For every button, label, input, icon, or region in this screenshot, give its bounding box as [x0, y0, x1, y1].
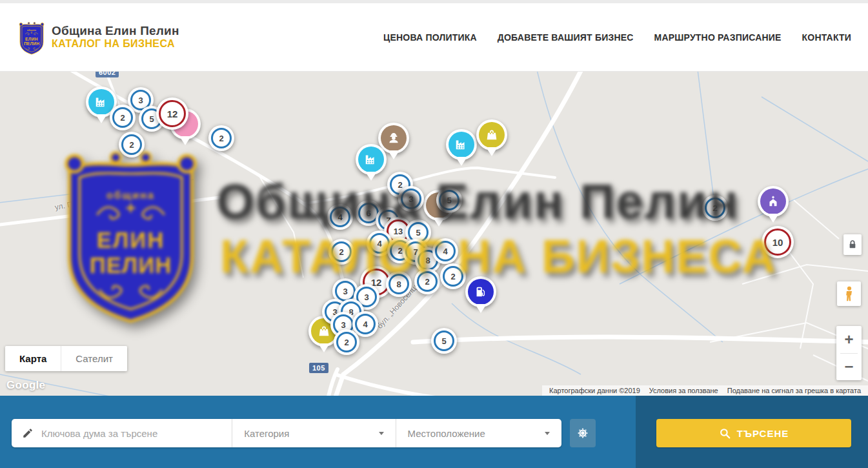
- chevron-down-icon: [379, 432, 384, 435]
- chevron-down-icon: [545, 432, 550, 435]
- category-select[interactable]: Категория: [232, 419, 395, 447]
- search-panel: Категория Местоположение: [12, 419, 561, 447]
- bag-pin[interactable]: [476, 119, 507, 156]
- cluster-marker[interactable]: 12: [156, 97, 188, 130]
- cluster-marker[interactable]: 2: [440, 263, 466, 289]
- category-select-value: Категория: [232, 428, 289, 439]
- zoom-in-button[interactable]: +: [836, 326, 862, 353]
- brand-text: Община Елин Пелин КАТАЛОГ НА БИЗНЕСА: [52, 24, 179, 50]
- cluster-marker[interactable]: 8: [386, 271, 412, 297]
- zoom-out-button[interactable]: −: [836, 354, 862, 381]
- cluster-marker[interactable]: 2: [334, 329, 359, 355]
- map-type-satellite-button[interactable]: Сателит: [61, 346, 127, 371]
- location-select-value: Местоположение: [396, 428, 485, 439]
- map-canvas[interactable]: 32512222356471354227842212833383425210 о…: [0, 71, 868, 396]
- keyword-search-input[interactable]: [12, 419, 232, 447]
- search-bar: Категория Местоположение ТЪР: [0, 396, 868, 468]
- pencil-icon: [22, 427, 34, 439]
- cluster-marker[interactable]: 2: [328, 239, 354, 265]
- brand-subtitle: КАТАЛОГ НА БИЗНЕСА: [52, 38, 179, 50]
- cluster-marker[interactable]: 2: [208, 125, 234, 151]
- cluster-marker[interactable]: 2: [702, 195, 728, 221]
- svg-text:ПЕЛИН: ПЕЛИН: [24, 41, 39, 45]
- cluster-marker[interactable]: 2: [414, 269, 440, 294]
- top-edge-strip: [0, 0, 868, 3]
- keyword-segment: [12, 419, 232, 447]
- markers-layer: 32512222356471354227842212833383425210: [0, 71, 868, 396]
- main-nav: ЦЕНОВА ПОЛИТИКА ДОБАВЕТЕ ВАШИЯТ БИЗНЕС М…: [383, 32, 851, 43]
- advanced-settings-button[interactable]: [570, 419, 596, 447]
- nav-item-add-business[interactable]: ДОБАВЕТЕ ВАШИЯТ БИЗНЕС: [498, 32, 634, 43]
- page: община ЕЛИН ПЕЛИН Община Елин Пелин КАТА…: [0, 0, 868, 468]
- cluster-marker[interactable]: 2: [119, 132, 145, 158]
- svg-text:ЕЛИН: ЕЛИН: [25, 36, 38, 41]
- nav-item-contacts[interactable]: КОНТАКТИ: [802, 32, 851, 43]
- brand-title: Община Елин Пелин: [52, 24, 179, 38]
- attribution-report-error-link[interactable]: Подаване на сигнал за грешка в картата: [723, 387, 865, 394]
- brand-link[interactable]: община ЕЛИН ПЕЛИН Община Елин Пелин КАТА…: [17, 19, 179, 56]
- attribution-terms-link[interactable]: Условия за ползване: [645, 387, 723, 394]
- map-type-map-button[interactable]: Карта: [5, 346, 61, 371]
- cluster-marker[interactable]: 5: [431, 328, 457, 354]
- cluster-marker[interactable]: 5: [436, 187, 462, 213]
- header: община ЕЛИН ПЕЛИН Община Елин Пелин КАТА…: [0, 3, 868, 72]
- map-type-control: Карта Сателит: [5, 346, 127, 371]
- location-select[interactable]: Местоположение: [396, 419, 561, 447]
- cluster-marker[interactable]: 3: [398, 186, 424, 212]
- search-button-label: ТЪРСЕНЕ: [737, 428, 789, 439]
- map-attribution: Картографски данни ©2019 Условия за полз…: [542, 385, 868, 396]
- nav-item-pricing[interactable]: ЦЕНОВА ПОЛИТИКА: [383, 32, 477, 43]
- cluster-marker[interactable]: 2: [110, 105, 136, 130]
- lock-control-button[interactable]: [843, 234, 862, 255]
- church-pin[interactable]: [758, 186, 789, 223]
- factory-pin[interactable]: [446, 129, 477, 166]
- fuel-pin[interactable]: [465, 276, 496, 313]
- cluster-marker[interactable]: 10: [762, 226, 794, 258]
- zoom-control: + −: [836, 326, 862, 380]
- lock-icon: [847, 239, 858, 250]
- attribution-copyright: Картографски данни ©2019: [545, 387, 645, 394]
- pegman-control[interactable]: [837, 281, 861, 306]
- search-submit-button[interactable]: ТЪРСЕНЕ: [656, 419, 851, 447]
- google-logo[interactable]: Google: [6, 379, 45, 392]
- nav-item-route-schedule[interactable]: МАРШРУТНО РАЗПИСАНИЕ: [654, 32, 782, 43]
- cluster-marker[interactable]: 4: [432, 238, 458, 264]
- pegman-icon: [842, 285, 856, 302]
- gear-icon: [576, 427, 589, 440]
- svg-text:община: община: [27, 29, 36, 32]
- factory-pin[interactable]: [356, 144, 387, 181]
- municipality-logo: община ЕЛИН ПЕЛИН: [17, 19, 46, 56]
- cluster-marker[interactable]: 4: [327, 204, 353, 230]
- search-icon: [719, 427, 731, 440]
